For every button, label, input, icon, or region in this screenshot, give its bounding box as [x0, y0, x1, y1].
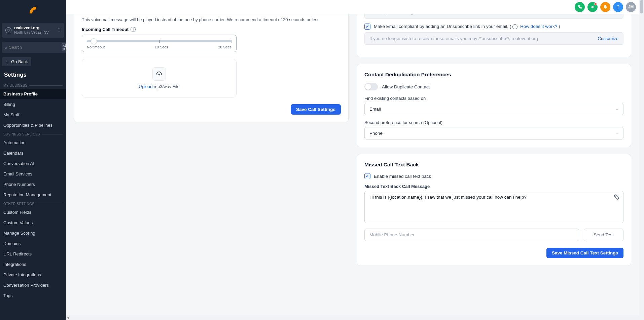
search-icon: ⌕ — [5, 45, 7, 50]
chevron-down-icon: ⌄ — [615, 131, 618, 135]
info-icon[interactable]: i — [131, 27, 136, 32]
topbar: ? JM — [66, 0, 639, 14]
location-name: realevent.org — [14, 26, 55, 30]
missed-call-title: Missed Call Text Back — [364, 162, 623, 168]
help-icon[interactable]: ? — [613, 2, 623, 12]
second-pref-select[interactable]: Phone ⌄ — [364, 127, 623, 139]
main-content: This voicemail message will be played in… — [66, 14, 639, 320]
customize-link-1[interactable]: Customize — [598, 14, 618, 15]
chevron-updown-icon: ⌃⌄ — [58, 28, 61, 32]
nav-item-domains[interactable]: Domains — [0, 238, 66, 249]
find-existing-label: Find existing contacts based on — [364, 96, 623, 101]
avatar[interactable]: JM — [626, 2, 636, 12]
missed-msg-textarea[interactable]: Hi this is {{location.name}}, I saw that… — [364, 191, 623, 223]
nav-item-tags[interactable]: Tags — [0, 290, 66, 301]
nav-section-label: MY BUSINESS — [0, 82, 66, 89]
phone-icon[interactable] — [575, 2, 585, 12]
svg-point-1 — [616, 196, 616, 197]
vertical-scrollbar[interactable] — [639, 0, 644, 320]
horizontal-scrollbar[interactable]: ◀ — [66, 315, 639, 320]
missed-call-panel: Missed Call Text Back Enable missed call… — [357, 154, 631, 266]
announce-icon[interactable] — [587, 2, 598, 12]
sidebar: ◎ realevent.org North Las Vegas, NV ⌃⌄ ⌕… — [0, 0, 66, 320]
nav-item-reputation-management[interactable]: Reputation Management — [0, 190, 66, 200]
search-input[interactable]: ⌕ ctrl K — [2, 42, 72, 53]
settings-heading: Settings — [0, 70, 66, 82]
missed-msg-label: Missed Text Back Call Message — [364, 184, 623, 189]
location-switcher[interactable]: ◎ realevent.org North Las Vegas, NV ⌃⌄ — [2, 23, 64, 38]
email-compliance-panel: Thanks, realevent.org Customize Make Ema… — [357, 14, 631, 57]
how-does-it-work-link[interactable]: How does it work? — [520, 24, 557, 29]
chevron-down-icon: ⌄ — [615, 107, 618, 111]
tag-icon[interactable] — [614, 194, 620, 200]
upload-box[interactable]: Upload mp3/wav File — [82, 59, 237, 97]
arrow-left-icon: ← — [5, 59, 10, 64]
location-sub: North Las Vegas, NV — [14, 30, 55, 35]
nav-item-manage-scoring[interactable]: Manage Scoring — [0, 228, 66, 238]
timeout-slider[interactable]: No timeout 10 Secs 20 Secs — [82, 35, 237, 52]
send-test-button[interactable]: Send Test — [584, 229, 623, 241]
nav-item-my-staff[interactable]: My Staff — [0, 110, 66, 120]
nav-item-automation[interactable]: Automation — [0, 137, 66, 148]
bell-icon[interactable] — [600, 2, 610, 12]
nav-item-integrations[interactable]: Integrations — [0, 259, 66, 270]
nav-section-label: OTHER SETTINGS — [0, 200, 66, 207]
nav-item-email-services[interactable]: Email Services — [0, 169, 66, 179]
nav-section-label: BUSINESS SERVICES — [0, 130, 66, 137]
upload-icon — [152, 67, 166, 81]
save-missed-call-button[interactable]: Save Missed Call Text Settings — [546, 248, 623, 258]
customize-link-2[interactable]: Customize — [598, 36, 618, 41]
unsubscribe-checkbox[interactable] — [364, 24, 370, 30]
enable-missed-call-label: Enable missed call text back — [374, 174, 431, 179]
slider-thumb[interactable] — [91, 38, 97, 44]
nav-item-conversation-providers[interactable]: Conversation Providers — [0, 280, 66, 290]
nav-item-billing[interactable]: Billing — [0, 99, 66, 110]
unsubscribe-label: Make Email compliant by adding an Unsubs… — [374, 24, 560, 30]
nav-item-conversation-ai[interactable]: Conversation AI — [0, 158, 66, 169]
info-icon[interactable]: i — [512, 24, 517, 29]
save-call-settings-button[interactable]: Save Call Settings — [291, 104, 341, 115]
nav-item-opportunities-pipelines[interactable]: Opportunities & Pipelines — [0, 120, 66, 130]
second-pref-label: Second preference for search (Optional) — [364, 120, 623, 125]
svg-rect-0 — [34, 11, 36, 13]
timeout-label: Incoming Call Timeout i — [82, 27, 341, 32]
allow-duplicate-label: Allow Duplicate Contact — [382, 84, 430, 89]
voicemail-help: This voicemail message will be played in… — [82, 17, 341, 22]
nav-item-phone-numbers[interactable]: Phone Numbers — [0, 179, 66, 190]
logo — [0, 0, 66, 20]
go-back-button[interactable]: ← Go Back — [2, 57, 31, 66]
nav-item-url-redirects[interactable]: URL Redirects — [0, 249, 66, 259]
unsubscribe-text-field: If you no longer wish to receive these e… — [364, 32, 623, 45]
nav-item-calendars[interactable]: Calendars — [0, 148, 66, 158]
nav-item-business-profile[interactable]: Business Profile — [0, 89, 66, 99]
enable-missed-call-checkbox[interactable] — [364, 173, 370, 179]
dedup-panel: Contact Deduplication Preferences Allow … — [357, 64, 631, 147]
nav-item-custom-fields[interactable]: Custom Fields — [0, 207, 66, 217]
call-settings-panel: This voicemail message will be played in… — [74, 14, 349, 122]
nav-item-custom-values[interactable]: Custom Values — [0, 217, 66, 228]
mobile-phone-input[interactable] — [364, 229, 579, 241]
upload-text: Upload mp3/wav File — [139, 84, 179, 89]
allow-duplicate-toggle[interactable] — [364, 83, 378, 90]
sender-footer-field: Thanks, realevent.org Customize — [364, 14, 623, 19]
nav-item-private-integrations[interactable]: Private Integrations — [0, 270, 66, 280]
dedup-title: Contact Deduplication Preferences — [364, 72, 623, 78]
user-icon: ◎ — [5, 27, 11, 33]
find-existing-select[interactable]: Email ⌄ — [364, 103, 623, 115]
